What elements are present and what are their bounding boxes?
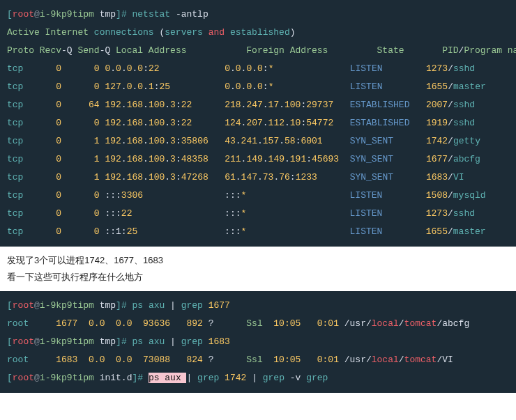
table-row: tcp 0 0 0.0.0.0:22 0.0.0.0:* LISTEN 1273… bbox=[7, 60, 509, 78]
h1: Active Internet bbox=[7, 27, 94, 38]
col-dashq2: -Q bbox=[100, 45, 116, 56]
netstat-rows: tcp 0 0 0.0.0.0:22 0.0.0.0:* LISTEN 1273… bbox=[7, 60, 509, 241]
bracket-close: ]# bbox=[116, 9, 132, 20]
dir: tmp bbox=[94, 9, 116, 20]
table-row: tcp 0 1 192.168.100.3:35806 43.241.157.5… bbox=[7, 132, 509, 150]
prompt-line: [root@i-9kp9tipm tmp]# ps axu | grep 168… bbox=[7, 333, 509, 351]
table-row: tcp 0 0 :::3306 :::* LISTEN 1508/mysqld bbox=[7, 187, 509, 205]
terminal-block-2: [root@i-9kp9tipm tmp]# ps axu | grep 167… bbox=[0, 291, 516, 393]
prompt-line: [root@i-9kp9tipm init.d]# ps aux | grep … bbox=[7, 369, 509, 387]
col-pid: PID bbox=[442, 45, 458, 56]
table-row: tcp 0 64 192.168.100.3:22 218.247.17.100… bbox=[7, 96, 509, 114]
ps-row: root 1683 0.0 0.0 73088 824 ? Ssl 10:05 … bbox=[7, 351, 509, 369]
table-row: tcp 0 0 192.168.100.3:22 124.207.112.10:… bbox=[7, 114, 509, 132]
h2: connections bbox=[94, 27, 160, 38]
col-proto: Proto bbox=[7, 45, 40, 56]
ps-row: root 1677 0.0 0.0 93636 892 ? Ssl 10:05 … bbox=[7, 315, 509, 333]
cmd-flags: -antlp bbox=[176, 9, 208, 20]
columns-line: Proto Recv-Q Send-Q Local Address Foreig… bbox=[7, 42, 509, 60]
col-dashq: -Q bbox=[61, 45, 77, 56]
col-send: Send bbox=[77, 45, 99, 56]
h7: ) bbox=[290, 27, 296, 38]
cmd-name: netstat bbox=[132, 9, 175, 20]
ps-output: [root@i-9kp9tipm tmp]# ps axu | grep 167… bbox=[7, 297, 509, 387]
bracket-open: [ bbox=[7, 9, 13, 20]
col-prog: Program name bbox=[464, 45, 516, 56]
terminal-block-1: [root@i-9kp9tipm tmp]# netstat -antlp Ac… bbox=[0, 0, 516, 247]
note-line-2: 看一下这些可执行程序在什么地方 bbox=[7, 269, 509, 286]
prompt-line: [root@i-9kp9tipm tmp]# netstat -antlp bbox=[7, 6, 509, 24]
table-row: tcp 0 0 :::22 :::* LISTEN 1273/sshd bbox=[7, 205, 509, 223]
at: @ bbox=[34, 9, 40, 20]
col-recv: Recv bbox=[40, 45, 61, 56]
table-row: tcp 0 0 127.0.0.1:25 0.0.0.0:* LISTEN 16… bbox=[7, 78, 509, 96]
table-row: tcp 0 1 192.168.100.3:47268 61.147.73.76… bbox=[7, 169, 509, 187]
table-row: tcp 0 1 192.168.100.3:48358 211.149.149.… bbox=[7, 150, 509, 169]
col-local: Local Address bbox=[116, 45, 186, 56]
h6: established bbox=[230, 27, 290, 38]
h5: and bbox=[208, 27, 230, 38]
col-foreign: Foreign Address bbox=[246, 45, 328, 56]
col-state: State bbox=[377, 45, 404, 56]
h4: servers bbox=[165, 27, 208, 38]
host: i-9kp9tipm bbox=[40, 9, 94, 20]
note-text: 发现了3个可以进程1742、1677、1683 看一下这些可执行程序在什么地方 bbox=[0, 247, 516, 291]
note-line-1: 发现了3个可以进程1742、1677、1683 bbox=[7, 252, 509, 269]
prompt-line: [root@i-9kp9tipm tmp]# ps axu | grep 167… bbox=[7, 297, 509, 315]
user: root bbox=[13, 9, 34, 20]
header-line: Active Internet connections (servers and… bbox=[7, 24, 509, 42]
table-row: tcp 0 0 ::1:25 :::* LISTEN 1655/master bbox=[7, 223, 509, 241]
